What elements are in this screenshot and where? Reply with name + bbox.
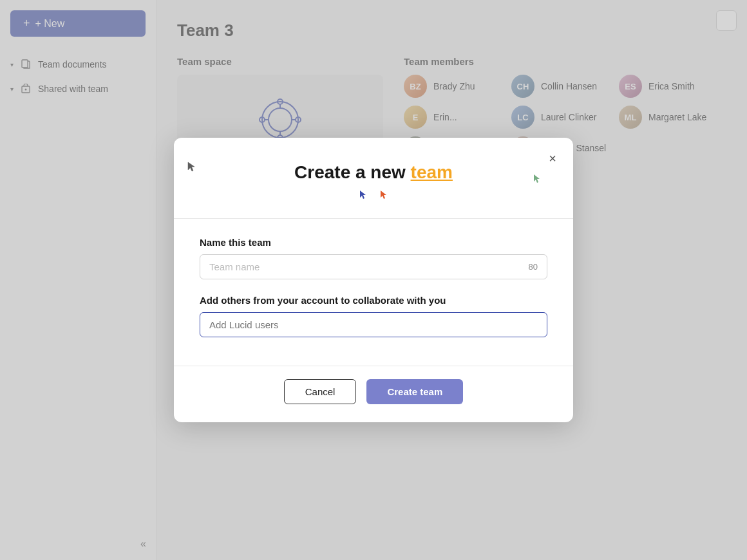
modal-title: Create a new team — [200, 161, 547, 184]
modal-title-highlight: team — [411, 162, 453, 182]
team-name-placeholder: Team name — [209, 261, 260, 272]
name-section-label: Name this team — [200, 237, 547, 248]
char-count: 80 — [529, 262, 538, 272]
close-icon: × — [549, 151, 556, 166]
modal-footer: Cancel Create team — [174, 366, 573, 422]
cancel-button[interactable]: Cancel — [284, 379, 357, 404]
team-name-input-display[interactable]: Team name 80 — [200, 254, 547, 279]
close-button[interactable]: × — [542, 148, 563, 169]
create-team-modal: Create a new team × — [174, 138, 573, 422]
add-users-input[interactable] — [200, 312, 547, 337]
create-team-button[interactable]: Create team — [366, 379, 463, 404]
modal-title-prefix: Create a new — [294, 162, 411, 182]
cancel-label: Cancel — [305, 386, 336, 397]
modal-body: Name this team Team name 80 Add others f… — [174, 219, 573, 366]
collaborate-label: Add others from your account to collabor… — [200, 295, 547, 306]
team-name-section: Name this team Team name 80 — [200, 237, 547, 279]
create-label: Create team — [387, 386, 442, 397]
add-users-section: Add others from your account to collabor… — [200, 295, 547, 337]
modal-header: Create a new team × — [174, 138, 573, 218]
modal-overlay: Create a new team × — [0, 0, 747, 560]
cursor-decorations — [200, 190, 547, 205]
